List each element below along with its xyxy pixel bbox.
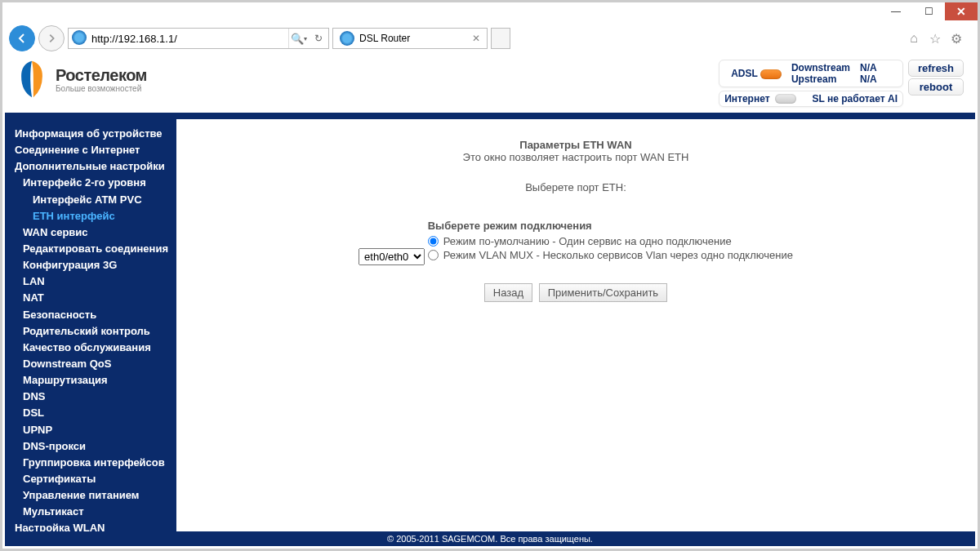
- search-dropdown-icon[interactable]: 🔍▾: [289, 29, 309, 48]
- mode-default-radio[interactable]: [428, 236, 439, 247]
- sidebar-item-22[interactable]: Управление питанием: [15, 487, 173, 504]
- page-title: Параметры ETH WAN: [209, 139, 942, 151]
- sidebar-item-11[interactable]: Безопасность: [15, 307, 173, 323]
- browser-forward-button[interactable]: [38, 25, 65, 51]
- router-header: Ростелеком Больше возможностей ADSL Down…: [5, 51, 975, 113]
- tab-title: DSL Router: [359, 33, 410, 44]
- favorites-icon[interactable]: ☆: [927, 30, 943, 47]
- internet-status-text: SL не работает AI: [813, 93, 898, 104]
- sidebar-item-18[interactable]: UPNP: [15, 422, 173, 438]
- mode-default-label: Режим по-умолчанию - Один сервис на одно…: [443, 235, 732, 247]
- upstream-label: Upstream: [791, 73, 850, 85]
- sidebar-item-16[interactable]: DNS: [15, 389, 173, 405]
- tab-close-icon[interactable]: ✕: [472, 33, 480, 44]
- sidebar-item-1[interactable]: Соединение с Интернет: [15, 142, 173, 158]
- back-button[interactable]: Назад: [484, 283, 532, 302]
- sidebar-item-14[interactable]: Downstream QoS: [15, 356, 173, 372]
- internet-label: Интернет: [724, 93, 769, 104]
- sidebar-item-9[interactable]: LAN: [15, 273, 173, 290]
- port-select-label: Выберете порт ETH:: [209, 181, 942, 193]
- apply-save-button[interactable]: Применить/Сохранить: [539, 283, 667, 302]
- logo-title: Ростелеком: [56, 66, 147, 84]
- tab-favicon-icon: [340, 31, 354, 46]
- reboot-button[interactable]: reboot: [908, 78, 964, 96]
- sidebar-item-2[interactable]: Дополнительные настройки: [15, 158, 173, 175]
- downstream-label: Downstream: [791, 62, 850, 73]
- downstream-value: N/A: [860, 62, 877, 73]
- logo-mark-icon: [16, 60, 47, 99]
- new-tab-button[interactable]: [491, 28, 510, 49]
- mode-vlanmux-label: Режим VLAN MUX - Несколько сервисов Vlan…: [443, 249, 793, 261]
- adsl-status-panel: ADSL Downstream Upstream N/A N/A: [719, 60, 903, 87]
- sidebar-item-10[interactable]: NAT: [15, 290, 173, 306]
- sidebar-item-13[interactable]: Качество обслуживания: [15, 340, 173, 356]
- sidebar-item-4[interactable]: Интерфейс ATM PVC: [15, 192, 173, 208]
- sidebar-item-15[interactable]: Маршрутизация: [15, 372, 173, 389]
- sidebar-item-21[interactable]: Сертификаты: [15, 471, 173, 487]
- window-minimize-button[interactable]: —: [880, 2, 912, 20]
- sidebar-item-7[interactable]: Редактировать соединения: [15, 241, 173, 257]
- sidebar-item-12[interactable]: Родительский контроль: [15, 323, 173, 340]
- sidebar-item-24[interactable]: Настройка WLAN: [15, 520, 173, 531]
- adsl-indicator-icon: [760, 69, 782, 79]
- logo-subtitle: Больше возможностей: [56, 84, 147, 93]
- internet-indicator-icon: [775, 94, 796, 104]
- url-input[interactable]: [90, 33, 288, 45]
- internet-status-panel: Интернет SL не работает AI: [719, 91, 903, 107]
- window-maximize-button[interactable]: ☐: [912, 2, 945, 20]
- browser-back-button[interactable]: [9, 25, 35, 51]
- window-close-button[interactable]: ✕: [945, 2, 978, 20]
- sidebar-item-19[interactable]: DNS-прокси: [15, 438, 173, 455]
- mode-vlanmux-radio[interactable]: [428, 250, 439, 260]
- sidebar-item-3[interactable]: Интерфейс 2-го уровня: [15, 175, 173, 191]
- settings-gear-icon[interactable]: ⚙: [948, 30, 964, 47]
- sidebar-item-8[interactable]: Конфигурация 3G: [15, 257, 173, 273]
- window-controls: — ☐ ✕: [880, 2, 978, 20]
- footer: © 2005-2011 SAGEMCOM. Все права защищены…: [5, 531, 975, 546]
- logo: Ростелеком Больше возможностей: [16, 60, 147, 99]
- home-icon[interactable]: ⌂: [906, 30, 922, 47]
- refresh-icon[interactable]: ↻: [309, 29, 328, 48]
- sidebar-item-23[interactable]: Мультикаст: [15, 504, 173, 520]
- browser-tab[interactable]: DSL Router ✕: [332, 28, 488, 49]
- sidebar-nav: Информация об устройствеСоединение с Инт…: [5, 119, 176, 531]
- sidebar-item-0[interactable]: Информация об устройстве: [15, 126, 173, 142]
- address-bar[interactable]: 🔍▾ ↻: [68, 28, 329, 49]
- sidebar-item-6[interactable]: WAN сервис: [15, 224, 173, 241]
- connection-mode-title: Выберете режим подключения: [428, 220, 793, 232]
- page-description: Это окно позволяет настроить порт WAN ET…: [209, 151, 942, 163]
- ie-page-icon: [69, 30, 90, 47]
- sidebar-item-17[interactable]: DSL: [15, 405, 173, 421]
- sidebar-item-20[interactable]: Группировка интерфейсов: [15, 455, 173, 471]
- refresh-button[interactable]: refresh: [908, 60, 964, 77]
- upstream-value: N/A: [860, 73, 877, 85]
- adsl-label: ADSL: [731, 68, 757, 79]
- eth-port-select[interactable]: eth0/eth0: [359, 248, 425, 265]
- main-content: Параметры ETH WAN Это окно позволяет нас…: [176, 119, 975, 531]
- sidebar-item-5[interactable]: ETH интерфейс: [15, 208, 173, 224]
